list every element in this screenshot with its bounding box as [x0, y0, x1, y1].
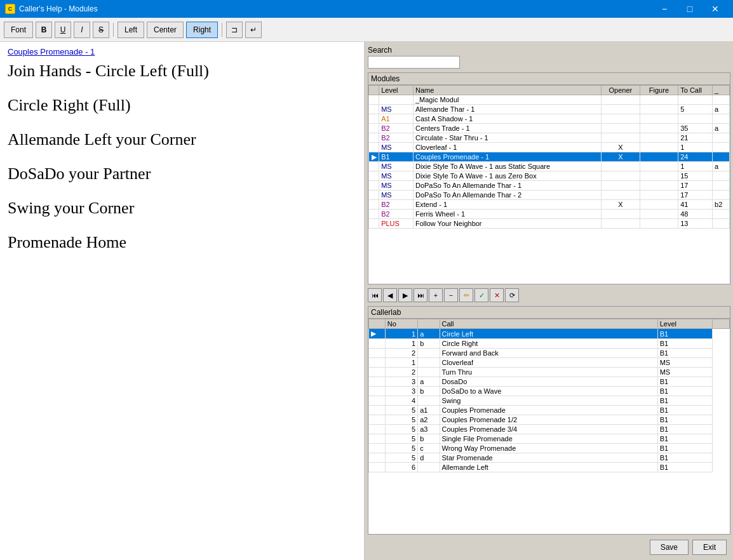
cal-row-arrow: ▶ [369, 329, 386, 339]
table-row[interactable]: MS DoPaSo To An Allemande Thar - 1 17 [369, 181, 730, 190]
list-item[interactable]: 3 a DosaDo B1 [369, 377, 730, 387]
list-item[interactable]: 1 Cloverleaf MS [369, 358, 730, 368]
row-tocall: 17 [678, 190, 713, 200]
list-item[interactable]: 3 b DoSaDo to a Wave B1 [369, 387, 730, 396]
nav-last-button[interactable]: ⏭ [414, 288, 427, 302]
close-button[interactable]: ✕ [703, 0, 728, 18]
list-item[interactable]: 5 a3 Couples Promenade 3/4 B1 [369, 425, 730, 434]
col-level-header[interactable]: Level [379, 86, 414, 95]
list-item[interactable]: 2 Turn Thru MS [369, 368, 730, 377]
table-row[interactable]: B2 Ferris Wheel - 1 48 [369, 210, 730, 219]
cal-row-sub [418, 349, 440, 358]
table-row[interactable]: MS Dixie Style To A Wave - 1 aus Zero Bo… [369, 171, 730, 181]
refresh-button[interactable]: ⟳ [505, 288, 519, 302]
table-row[interactable]: PLUS Follow Your Neighbor 13 [369, 219, 730, 229]
align-right-button[interactable]: Right [186, 22, 218, 38]
row-tocall: 21 [678, 133, 713, 143]
col-underscore-header[interactable]: _ [713, 86, 730, 95]
row-name: DoPaSo To An Allemande Thar - 2 [413, 190, 601, 200]
row-tocall: 15 [678, 171, 713, 181]
row-arrow [369, 162, 379, 171]
align-center-button[interactable]: Center [147, 22, 184, 38]
table-row[interactable]: ▶ B1 Couples Promenade - 1 X 24 [369, 152, 730, 162]
indent-button[interactable]: ⊐ [226, 22, 243, 38]
row-tocall [678, 114, 713, 124]
list-item[interactable]: 5 b Single File Promenade B1 [369, 434, 730, 444]
row-figure [640, 219, 678, 229]
bold-button[interactable]: B [36, 22, 52, 38]
table-row[interactable]: B2 Circulate - Star Thru - 1 21 [369, 133, 730, 143]
cal-no-header[interactable]: No [385, 319, 417, 329]
col-name-header[interactable]: Name [413, 86, 601, 95]
cal-row-sub: a [418, 377, 440, 387]
modules-tbody: _Magic Modul MS Allemande Thar - 1 5 a A… [369, 95, 730, 229]
cal-row-arrow [369, 339, 386, 349]
strikethrough-button[interactable]: S [93, 22, 109, 38]
edit-button[interactable]: ✏ [459, 288, 473, 302]
list-item[interactable]: 2 Forward and Back B1 [369, 349, 730, 358]
row-figure [640, 114, 678, 124]
table-row[interactable]: B2 Extend - 1 X 41 b2 [369, 200, 730, 210]
italic-button[interactable]: I [74, 22, 90, 38]
save-button[interactable]: Save [650, 540, 689, 555]
cal-row-no: 3 [385, 387, 417, 396]
row-opener [602, 124, 640, 133]
table-row[interactable]: MS Cloverleaf - 1 X 1 [369, 143, 730, 152]
list-item[interactable]: 1 b Circle Right B1 [369, 339, 730, 349]
list-item[interactable]: ▶ 1 a Circle Left B1 [369, 329, 730, 339]
col-opener-header[interactable]: Opener [602, 86, 640, 95]
cal-row-sub [418, 368, 440, 377]
font-button[interactable]: Font [4, 22, 33, 38]
nav-play-button[interactable]: ▶ [398, 288, 412, 302]
cal-level-header[interactable]: Level [657, 319, 712, 329]
underline-button[interactable]: U [55, 22, 71, 38]
row-underscore [713, 95, 730, 105]
cal-row-call: Circle Left [440, 329, 657, 339]
search-input[interactable] [368, 56, 460, 69]
row-level: A1 [379, 114, 414, 124]
cal-arrow-header [369, 319, 386, 329]
doc-line: Join Hands - Circle Left (Full) [8, 62, 356, 81]
confirm-button[interactable]: ✓ [474, 288, 488, 302]
list-item[interactable]: 5 d Star Promenade B1 [369, 453, 730, 463]
main-toolbar: Font B U I S Left Center Right ⊐ ↵ [0, 18, 733, 42]
remove-button[interactable]: − [444, 288, 458, 302]
align-left-button[interactable]: Left [118, 22, 144, 38]
add-button[interactable]: + [429, 288, 443, 302]
list-item[interactable]: 5 c Wrong Way Promenade B1 [369, 444, 730, 453]
row-figure [640, 133, 678, 143]
row-figure [640, 124, 678, 133]
table-row[interactable]: MS Allemande Thar - 1 5 a [369, 105, 730, 114]
nav-prev-button[interactable]: ◀ [383, 288, 397, 302]
doc-line: Circle Right (Full) [8, 96, 356, 115]
row-opener [602, 219, 640, 229]
list-item[interactable]: 6 Allemande Left B1 [369, 463, 730, 472]
minimize-button[interactable]: − [652, 0, 677, 18]
list-item[interactable]: 5 a1 Couples Promenade B1 [369, 406, 730, 415]
col-figure-header[interactable]: Figure [640, 86, 678, 95]
mid-toolbar: ⏮ ◀ ▶ ⏭ + − ✏ ✓ ✕ ⟳ [368, 287, 730, 303]
list-item[interactable]: 4 Swing B1 [369, 396, 730, 406]
table-row[interactable]: B2 Centers Trade - 1 35 a [369, 124, 730, 133]
cal-call-header[interactable]: Call [440, 319, 657, 329]
document-title[interactable]: Couples Promenade - 1 [8, 47, 356, 57]
nav-first-button[interactable]: ⏮ [368, 288, 382, 302]
row-underscore: a [713, 105, 730, 114]
exit-button[interactable]: Exit [692, 540, 727, 555]
row-figure [640, 143, 678, 152]
cal-row-no: 2 [385, 368, 417, 377]
outdent-button[interactable]: ↵ [245, 22, 262, 38]
table-row[interactable]: _Magic Modul [369, 95, 730, 105]
row-figure [640, 105, 678, 114]
maximize-button[interactable]: □ [677, 0, 703, 18]
table-row[interactable]: MS Dixie Style To A Wave - 1 aus Static … [369, 162, 730, 171]
table-row[interactable]: A1 Cast A Shadow - 1 [369, 114, 730, 124]
cancel-button[interactable]: ✕ [490, 288, 504, 302]
callerlab-table-container[interactable]: No Call Level ▶ 1 a Circle Left B1 1 b C… [368, 319, 730, 534]
modules-table-container[interactable]: Level Name Opener Figure To Call _ _Magi… [368, 85, 730, 284]
col-tocall-header[interactable]: To Call [678, 86, 713, 95]
list-item[interactable]: 5 a2 Couples Promenade 1/2 B1 [369, 415, 730, 425]
row-opener [602, 114, 640, 124]
callerlab-title: Callerlab [368, 307, 730, 319]
table-row[interactable]: MS DoPaSo To An Allemande Thar - 2 17 [369, 190, 730, 200]
